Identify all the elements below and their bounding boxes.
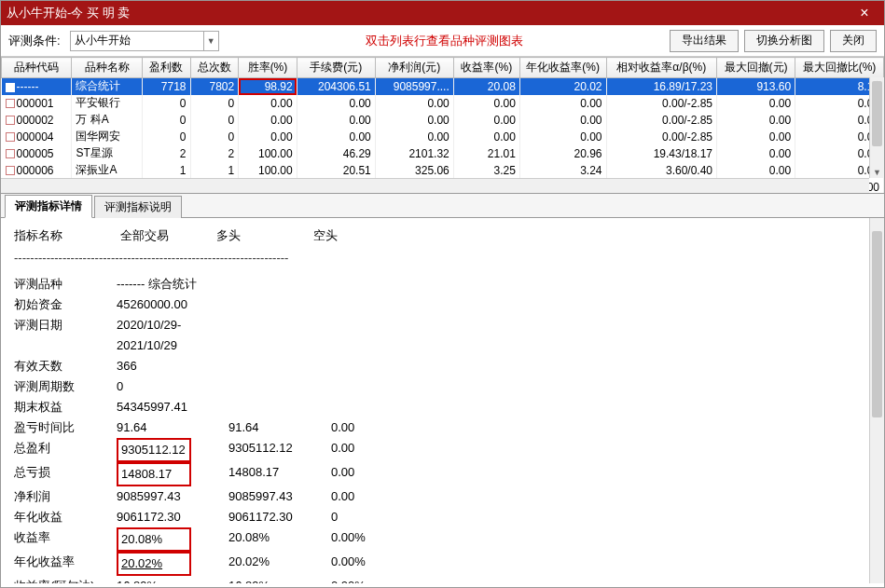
detail-value-short: 0.00 (331, 462, 406, 486)
export-button[interactable]: 导出结果 (670, 30, 739, 52)
cell: 0.00/-2.85 (606, 95, 717, 112)
table-row[interactable]: 000004国华网安000.000.000.000.000.000.00/-2.… (2, 129, 884, 145)
detail-value-short: 0.00 (331, 417, 406, 438)
cell: 000004 (2, 129, 72, 145)
col-header[interactable]: 品种名称 (72, 58, 142, 78)
detail-value-all: 16.89% (117, 576, 228, 583)
cell: 0.00 (717, 129, 795, 145)
col-header[interactable]: 品种代码 (2, 58, 72, 78)
detail-value-all: 9085997.43 (117, 486, 228, 507)
cell: 0 (142, 95, 190, 112)
cell: 0.00 (519, 112, 606, 129)
close-button[interactable]: 关闭 (830, 30, 877, 52)
detail-value-all: 366 (117, 356, 228, 376)
cell: 19.43/18.17 (606, 145, 717, 162)
cell: 2101.32 (375, 145, 453, 162)
detail-value-all: 2020/10/29-2021/10/29 (117, 315, 228, 356)
col-header[interactable]: 盈利数 (142, 58, 190, 78)
toolbar: 评测条件: ▼ 双击列表行查看品种评测图表 导出结果 切换分析图 关闭 (1, 25, 884, 57)
cell: 16.89/17.23 (606, 78, 717, 95)
cell: 0 (142, 129, 190, 145)
col-header[interactable]: 最大回撤比(%) (795, 58, 884, 78)
table-row[interactable]: 000005ST星源22100.0046.292101.3221.0120.96… (2, 145, 884, 162)
detail-value-all: 0 (117, 376, 228, 397)
table-row[interactable]: 000001平安银行000.000.000.000.000.000.00/-2.… (2, 95, 884, 112)
cell: 2 (142, 145, 190, 162)
table-row[interactable]: 000006深振业A11100.0020.51325.063.253.243.6… (2, 162, 884, 179)
detail-scrollbar[interactable] (869, 218, 884, 583)
cell: 综合统计 (72, 78, 142, 95)
col-header[interactable]: 相对收益率α/β(%) (606, 58, 717, 78)
detail-value-short: 0 (331, 507, 406, 527)
col-header[interactable]: 总次数 (190, 58, 239, 78)
detail-value-long: 9305112.12 (228, 438, 331, 462)
detail-value-long: 20.08% (228, 527, 331, 552)
col-header[interactable]: 胜率(%) (239, 58, 297, 78)
col-header[interactable]: 最大回撤(元) (717, 58, 795, 78)
cell: 46.29 (297, 145, 375, 162)
scrollbar-thumb[interactable] (872, 81, 882, 146)
detail-header: 指标名称 全部交易 多头 空头 (14, 226, 871, 246)
scroll-down-icon[interactable]: ▼ (870, 166, 884, 179)
detail-row: 评测日期2020/10/29-2021/10/29 (14, 315, 871, 356)
cell: 100.00 (239, 162, 297, 179)
cell: 0 (142, 112, 190, 129)
cell: 98.92 (239, 78, 297, 95)
col-header[interactable]: 年化收益率(%) (519, 58, 606, 78)
detail-row: 评测周期数 0 (14, 376, 871, 397)
col-header[interactable]: 收益率(%) (453, 58, 519, 78)
condition-combo[interactable]: ▼ (70, 31, 219, 51)
cell: 0 (190, 95, 239, 112)
cell: 0.00 (453, 129, 519, 145)
detail-row: 初始资金45260000.00 (14, 294, 871, 315)
table-row[interactable]: ------综合统计7718780298.92204306.519085997.… (2, 78, 884, 95)
cell: 0.00 (453, 112, 519, 129)
cell: ------ (2, 78, 72, 95)
detail-row: 总亏损14808.1714808.170.00 (14, 462, 871, 486)
detail-value-short: 0.00% (331, 527, 406, 552)
cell: 0.00/-2.85 (606, 129, 717, 145)
tab-desc[interactable]: 评测指标说明 (94, 196, 182, 218)
cell: 0.00 (239, 129, 297, 145)
detail-value-short: 0.00 (331, 438, 406, 462)
table-header-row[interactable]: 品种代码品种名称盈利数总次数胜率(%)手续费(元)净利润(元)收益率(%)年化收… (2, 58, 884, 78)
detail-label: 年化收益 (14, 507, 117, 527)
table-row[interactable]: 000002万 科A000.000.000.000.000.000.00/-2.… (2, 112, 884, 129)
cell: 2 (190, 145, 239, 162)
detail-label: 有效天数 (14, 356, 117, 376)
close-icon[interactable]: × (850, 5, 878, 21)
cell: 0.00 (717, 145, 795, 162)
col-header[interactable]: 手续费(元) (297, 58, 375, 78)
detail-value-all: 9305112.12 (117, 438, 228, 462)
detail-label: 净利润 (14, 486, 117, 507)
cell: 000002 (2, 112, 72, 129)
detail-value-long: 9085997.43 (228, 486, 331, 507)
detail-value-all: 45260000.00 (117, 294, 228, 315)
detail-label: 评测周期数 (14, 376, 117, 397)
col-header[interactable]: 净利润(元) (375, 58, 453, 78)
cell: 0 (190, 112, 239, 129)
tab-detail[interactable]: 评测指标详情 (5, 195, 92, 218)
cell: 000005 (2, 145, 72, 162)
cell: 100.00 (239, 145, 297, 162)
cell: 204306.51 (297, 78, 375, 95)
titlebar: 从小牛开始-今 买 明 卖 × (1, 1, 884, 25)
detail-scrollbar-thumb[interactable] (872, 231, 882, 417)
hdr-all: 全部交易 (120, 226, 214, 246)
chevron-down-icon[interactable]: ▼ (203, 32, 218, 50)
cell: 0.00 (297, 129, 375, 145)
cell: 0.00 (297, 112, 375, 129)
switch-view-button[interactable]: 切换分析图 (744, 30, 824, 52)
cell: 0.00/-2.85 (606, 112, 717, 129)
detail-label: 收益率(阿尔法) (14, 576, 117, 583)
horizontal-scrollbar[interactable] (1, 178, 869, 193)
detail-label: 年化收益率 (14, 552, 117, 576)
cell: 0.00 (717, 162, 795, 179)
cell: 20.02 (519, 78, 606, 95)
cell: 0.00 (717, 112, 795, 129)
result-table[interactable]: 品种代码品种名称盈利数总次数胜率(%)手续费(元)净利润(元)收益率(%)年化收… (1, 57, 884, 194)
condition-input[interactable] (70, 31, 219, 51)
detail-row: 净利润9085997.439085997.430.00 (14, 486, 871, 507)
vertical-scrollbar[interactable]: ▲ ▼ (869, 77, 884, 178)
cell: 平安银行 (72, 95, 142, 112)
